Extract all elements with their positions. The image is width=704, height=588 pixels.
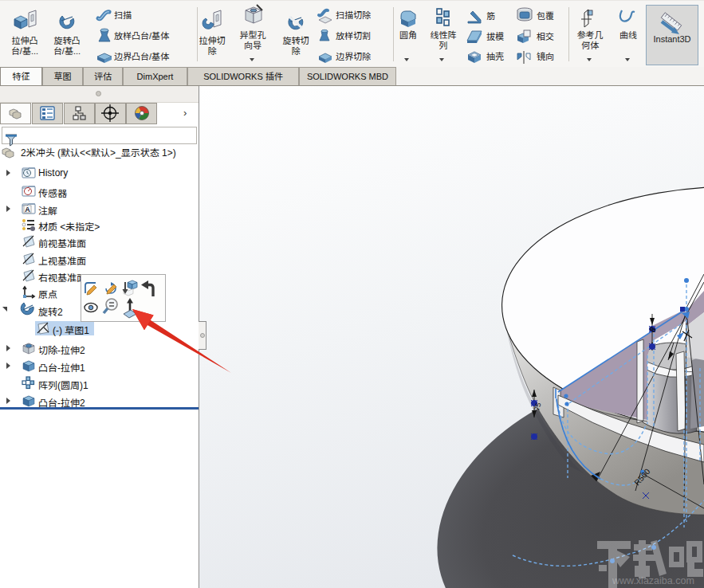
svg-text:A: A bbox=[25, 206, 30, 214]
svg-text:www.xiazaiba.com: www.xiazaiba.com bbox=[612, 575, 694, 586]
